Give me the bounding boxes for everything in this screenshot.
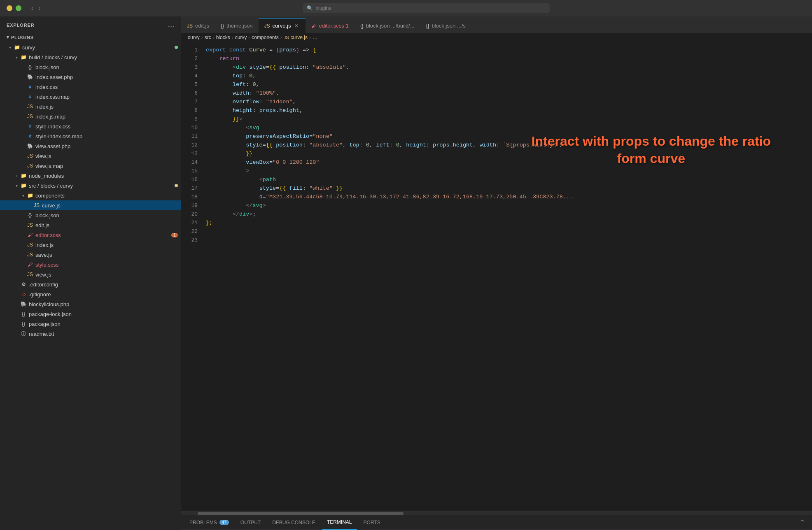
sidebar-item-build-blocks-curvy[interactable]: ▾ 📁 build / blocks / curvy [0,52,181,62]
sidebar-item-editor-scss[interactable]: 🖌 editor.scss 1 [0,230,181,240]
bottom-tabs-bar: PROBLEMS 47 OUTPUT DEBUG CONSOLE TERMINA… [181,515,812,530]
minimize-button[interactable] [7,5,12,11]
problems-badge: 47 [219,520,229,525]
search-text: plugins [315,5,331,11]
code-editor[interactable]: 1 export const Curve = (props) => { 2 re… [181,42,812,511]
sidebar-item-view-js[interactable]: JS view.js [0,151,181,161]
back-arrow[interactable]: ‹ [30,4,35,13]
cssmap-icon: # [26,93,34,100]
breadcrumb-part: components [252,35,278,40]
sidebar-item-style-scss[interactable]: 🖌 style.scss [0,260,181,270]
sidebar-item-index-css[interactable]: # index.css [0,82,181,92]
gear-icon: ⚙ [20,281,27,288]
sidebar-item-block-json-1[interactable]: {} block.json [0,62,181,72]
sidebar-item-edit-js[interactable]: JS edit.js [0,220,181,230]
sidebar-item-index-js-2[interactable]: JS index.js [0,240,181,250]
traffic-lights [7,5,21,11]
folder-icon: 📁 [26,192,34,199]
maximize-button[interactable] [16,5,21,11]
sidebar-item-save-js[interactable]: JS save.js [0,250,181,260]
json-icon: {} [20,310,27,318]
code-line-19: 19 </svg> [181,201,812,210]
code-line-16: 16 <path [181,175,812,184]
sidebar-item-src-blocks-curvy[interactable]: ▾ 📁 src / blocks / curvy [0,181,181,191]
problems-label: PROBLEMS [189,520,217,525]
sidebar-item-blockylicious-php[interactable]: 🐘 blockylicious.php [0,299,181,309]
folder-icon: 📁 [20,53,27,61]
tab-theme-json[interactable]: {} theme.json [215,18,259,33]
js-tab-icon: JS [187,23,193,29]
code-line-7: 7 overflow: "hidden", [181,98,812,106]
json-icon: {} [26,212,34,219]
plugins-arrow: ▾ [7,35,9,40]
panel-minimize-button[interactable]: ⌃ [799,518,805,527]
code-line-3: 3 <div style={{ position: "absolute", [181,63,812,72]
sidebar-item-gitignore[interactable]: ◇ .gitignore [0,289,181,299]
sidebar-item-index-js-1[interactable]: JS index.js [0,102,181,112]
folder-icon: 📁 [20,182,27,189]
sidebar-item-style-index-css-map[interactable]: # style-index.css.map [0,131,181,141]
code-line-12: 12 style={{ position: "absolute", top: 0… [181,141,812,149]
sidebar-label-build-blocks-curvy: build / blocks / curvy [29,54,178,60]
js-icon: JS [33,202,40,209]
tab-problems[interactable]: PROBLEMS 47 [184,515,234,530]
tab-terminal[interactable]: TERMINAL [322,515,357,530]
tab-ports[interactable]: PORTS [359,515,385,530]
forward-arrow[interactable]: › [37,4,42,13]
sidebar-item-components[interactable]: ▾ 📁 components [0,191,181,200]
terminal-label: TERMINAL [327,519,352,525]
sidebar-item-package-json[interactable]: {} package.json [0,319,181,329]
tab-edit-js[interactable]: JS edit.js [181,18,215,33]
tab-block-json-build[interactable]: {} block.json .../build/... [355,18,420,33]
sidebar-item-node-modules[interactable]: › 📁 node_modules [0,171,181,181]
title-bar: ‹ › 🔍 plugins [0,0,812,16]
folder-icon: 📁 [13,44,21,51]
folder-arrow: › [13,174,20,178]
folder-arrow: ▾ [13,184,20,188]
code-line-8: 8 height: props.height, [181,106,812,115]
sidebar-item-index-js-map[interactable]: JS index.js.map [0,112,181,121]
tab-curve-js[interactable]: JS curve.js ✕ [259,18,306,33]
code-line-6: 6 width: "100%", [181,89,812,98]
sidebar-item-index-asset-php[interactable]: 🐘 index.asset.php [0,72,181,82]
js-icon: JS [26,103,34,110]
plugins-label: PLUGINS [11,35,34,40]
sidebar-item-curve-js[interactable]: JS curve.js [0,200,181,210]
sidebar-item-block-json-2[interactable]: {} block.json [0,210,181,220]
code-line-10: 10 <svg [181,123,812,132]
sidebar-item-style-index-css[interactable]: # style-index.css [0,121,181,131]
code-line-23: 23 [181,236,812,244]
sidebar-more-button[interactable]: ... [168,21,175,29]
plugins-section[interactable]: ▾ PLUGINS [0,32,181,42]
css-icon: # [26,123,34,130]
code-line-1: 1 export const Curve = (props) => { [181,46,812,54]
json-icon: {} [26,63,34,71]
sidebar-item-view-js-2[interactable]: JS view.js [0,270,181,279]
js-tab-icon: JS [264,23,270,29]
search-bar[interactable]: 🔍 plugins [303,3,550,13]
sidebar-item-view-asset-php[interactable]: 🐘 view.asset.php [0,141,181,151]
sidebar-item-index-css-map[interactable]: # index.css.map [0,92,181,102]
tab-debug-console[interactable]: DEBUG CONSOLE [267,515,320,530]
sidebar-item-view-js-map[interactable]: JS view.js.map [0,161,181,171]
sidebar-item-package-lock-json[interactable]: {} package-lock.json [0,309,181,319]
sidebar-item-editorconfig[interactable]: ⚙ .editorconfig [0,279,181,289]
folder-arrow: ▾ [7,45,13,50]
sidebar-item-readme-txt[interactable]: ⓘ readme.txt [0,329,181,339]
code-line-18: 18 d="M321.39,56.44c58-10.79,114.16-30.1… [181,193,812,201]
php-icon: 🐘 [26,142,34,150]
error-badge: 1 [171,233,178,237]
tab-block-json-src[interactable]: {} block.json .../s [420,18,471,33]
sidebar-item-curvy[interactable]: ▾ 📁 curvy [0,42,181,52]
tab-label: block.json .../build/... [366,23,415,29]
code-line-13: 13 }} [181,149,812,158]
tab-close-button[interactable]: ✕ [293,23,300,29]
tab-output[interactable]: OUTPUT [236,515,266,530]
tab-label: block.json .../s [432,23,465,29]
editor-area: JS edit.js {} theme.json JS curve.js ✕ 🖌… [181,16,812,530]
jsmap-icon: JS [26,113,34,120]
git-dot [175,184,178,187]
tab-editor-scss[interactable]: 🖌 editor.scss 1 [306,18,354,33]
code-line-5: 5 left: 0, [181,80,812,89]
js-icon: JS [26,241,34,249]
